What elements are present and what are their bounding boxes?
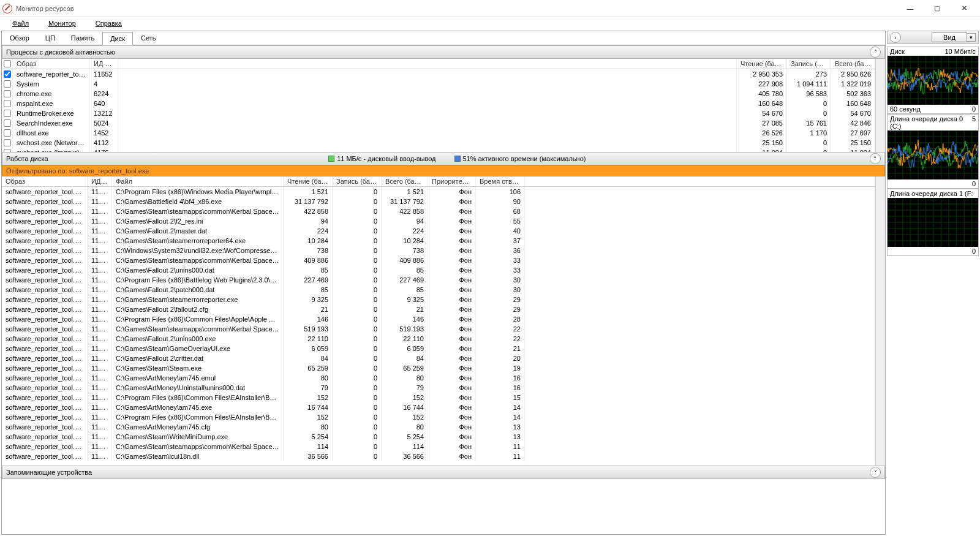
tab-Сеть[interactable]: Сеть (133, 31, 164, 45)
col-write[interactable]: Запись (байт/с) (333, 176, 382, 186)
table-row[interactable]: software_reporter_tool.exe11652C:\Progra… (2, 314, 875, 324)
table-row[interactable]: software_reporter_tool.exe11652C:\Games\… (2, 334, 875, 344)
table-row[interactable]: dllhost.exe145226 5261 17027 697 (2, 128, 875, 138)
processes-columns: Образ ИД п... Чтение (байт/с) Запись (ба… (2, 59, 875, 69)
table-row[interactable]: svchost.exe (NetworkService)411225 15002… (2, 138, 875, 148)
row-checkbox[interactable] (4, 110, 11, 117)
table-row[interactable]: software_reporter_tool.exe11652C:\Games\… (2, 265, 875, 275)
disk-header[interactable]: Работа диска 11 МБ/с - дисковый ввод-выв… (2, 152, 885, 165)
tab-Обзор[interactable]: Обзор (2, 31, 37, 45)
collapse-icon[interactable]: ˄ (870, 47, 881, 58)
col-priority[interactable]: Приоритет вв... (428, 176, 476, 186)
col-time[interactable]: Время ответа (... (476, 176, 525, 186)
view-button[interactable]: Вид (932, 32, 967, 42)
table-row[interactable]: software_reporter_tool.exe11652C:\Games\… (2, 402, 875, 412)
table-row[interactable]: software_reporter_tool.exe11652C:\Progra… (2, 275, 875, 285)
tab-Память[interactable]: Память (63, 31, 102, 45)
storage-header[interactable]: Запоминающие устройства ˅ (2, 466, 885, 479)
scrollbar[interactable] (875, 59, 885, 152)
table-row[interactable]: software_reporter_tool.exe11652C:\Games\… (2, 197, 875, 206)
processes-header[interactable]: Процессы с дисковой активностью ˄ (2, 45, 885, 59)
col-total[interactable]: Всего (байт/с) (382, 176, 428, 186)
col-image[interactable]: Образ (13, 59, 90, 69)
table-row[interactable]: software_reporter_tool.exe11652C:\Games\… (2, 373, 875, 383)
table-row[interactable]: software_reporter_tool.exe11652C:\Games\… (2, 383, 875, 393)
active-indicator: 51% активного времени (максимально) (454, 155, 586, 162)
row-checkbox[interactable] (4, 100, 11, 107)
table-row[interactable]: SearchIndexer.exe502427 08515 76142 846 (2, 118, 875, 128)
table-row[interactable]: software_reporter_tool.exe11652C:\Games\… (2, 451, 875, 461)
table-row[interactable]: software_reporter_tool.exe11652C:\Games\… (2, 422, 875, 432)
collapse-icon[interactable]: ˄ (870, 153, 881, 164)
row-checkbox[interactable] (4, 129, 11, 137)
row-checkbox[interactable] (4, 90, 11, 97)
row-checkbox[interactable] (4, 80, 11, 88)
tab-Диск[interactable]: Диск (102, 32, 133, 45)
col-total[interactable]: Всего (байт/с) (831, 59, 875, 69)
table-row[interactable]: software_reporter_tool.exe11652C:\Games\… (2, 353, 875, 363)
sidebar-back-icon[interactable]: › (890, 32, 901, 43)
table-row[interactable]: software_reporter_tool.exe11652C:\Games\… (2, 442, 875, 451)
table-row[interactable]: software_reporter_tool.exe11652C:\Games\… (2, 236, 875, 246)
table-row[interactable]: software_reporter_tool.exe11652C:\Games\… (2, 304, 875, 314)
tab-ЦП[interactable]: ЦП (37, 31, 63, 45)
col-checkbox[interactable] (2, 59, 13, 69)
processes-title: Процессы с дисковой активностью (6, 48, 115, 56)
table-row[interactable]: software_reporter_tool.exe11652C:\Games\… (2, 363, 875, 373)
table-row[interactable]: software_reporter_tool.exe11652C:\Games\… (2, 285, 875, 295)
row-checkbox[interactable] (4, 70, 11, 78)
storage-title: Запоминающие устройства (6, 469, 92, 476)
minimize-button[interactable]: — (897, 0, 924, 17)
app-icon (2, 4, 12, 13)
menu-help[interactable]: Справка (86, 20, 132, 27)
col-pid[interactable]: ИД п... (90, 59, 118, 69)
table-row[interactable]: mspaint.exe640160 6480160 648 (2, 99, 875, 108)
row-checkbox[interactable] (4, 149, 11, 152)
menu-file[interactable]: Файл (2, 20, 39, 27)
menu-monitor[interactable]: Монитор (39, 20, 86, 27)
table-row[interactable]: chrome.exe6224405 78096 583502 363 (2, 89, 875, 99)
table-row[interactable]: software_reporter_tool.exe11652C:\Games\… (2, 344, 875, 353)
files-columns: Образ ИД п... Файл Чтение (байт/с) Запис… (2, 176, 875, 187)
table-row[interactable]: RuntimeBroker.exe1321254 670054 670 (2, 108, 875, 118)
table-row[interactable]: software_reporter_tool.exe11652C:\Games\… (2, 324, 875, 334)
sidebar: › Вид ▾ Диск10 Мбит/с60 секунд0Длина оче… (887, 31, 979, 535)
perf-chart: Длина очереди диска 1 (F:0 (887, 189, 979, 256)
perf-chart: Длина очереди диска 0 (C:)50 (887, 114, 979, 189)
close-button[interactable]: ✕ (951, 0, 978, 17)
maximize-button[interactable]: ▢ (924, 0, 951, 17)
table-row[interactable]: software_reporter_tool.exe11652C:\Progra… (2, 412, 875, 422)
view-dropdown-icon[interactable]: ▾ (967, 33, 976, 42)
table-row[interactable]: software_reporter_tool.exe11652C:\Games\… (2, 226, 875, 236)
table-row[interactable]: software_reporter_tool.exe11652C:\Games\… (2, 295, 875, 304)
table-row[interactable]: System4227 9081 094 1111 322 019 (2, 79, 875, 89)
row-checkbox[interactable] (4, 139, 11, 146)
table-row[interactable]: software_reporter_tool.exe116522 950 353… (2, 69, 875, 79)
scrollbar[interactable] (875, 176, 885, 466)
row-checkbox[interactable] (4, 119, 11, 127)
title-bar: Монитор ресурсов — ▢ ✕ (0, 0, 980, 17)
col-file[interactable]: Файл (112, 176, 284, 186)
col-image[interactable]: Образ (2, 176, 88, 186)
table-row[interactable]: software_reporter_tool.exe11652C:\Progra… (2, 393, 875, 402)
io-indicator: 11 МБ/с - дисковый ввод-вывод (328, 155, 435, 162)
table-row[interactable]: software_reporter_tool.exe11652C:\Games\… (2, 206, 875, 216)
table-row[interactable]: software_reporter_tool.exe11652C:\Games\… (2, 432, 875, 442)
table-row[interactable]: software_reporter_tool.exe11652C:\Progra… (2, 187, 875, 197)
expand-icon[interactable]: ˅ (870, 467, 881, 478)
col-read[interactable]: Чтение (байт/с) (284, 176, 333, 186)
disk-title: Работа диска (6, 155, 48, 162)
sidebar-header: › Вид ▾ (887, 31, 979, 44)
table-row[interactable]: software_reporter_tool.exe11652C:\Games\… (2, 255, 875, 265)
table-row[interactable]: svchost.exe (imgsvc)417611 904011 904 (2, 148, 875, 152)
table-row[interactable]: software_reporter_tool.exe11652C:\Window… (2, 246, 875, 255)
table-row[interactable]: software_reporter_tool.exe11652C:\Games\… (2, 216, 875, 226)
main-panel: ОбзорЦППамятьДискСеть Процессы с дисково… (1, 31, 886, 535)
tab-strip: ОбзорЦППамятьДискСеть (2, 31, 885, 45)
col-write[interactable]: Запись (байт/с) (787, 59, 831, 69)
col-read[interactable]: Чтение (байт/с) (737, 59, 787, 69)
processes-table: Образ ИД п... Чтение (байт/с) Запись (ба… (2, 59, 875, 152)
col-pid[interactable]: ИД п... (88, 176, 112, 186)
perf-chart: Диск10 Мбит/с60 секунд0 (887, 47, 979, 114)
storage-body (2, 479, 885, 534)
